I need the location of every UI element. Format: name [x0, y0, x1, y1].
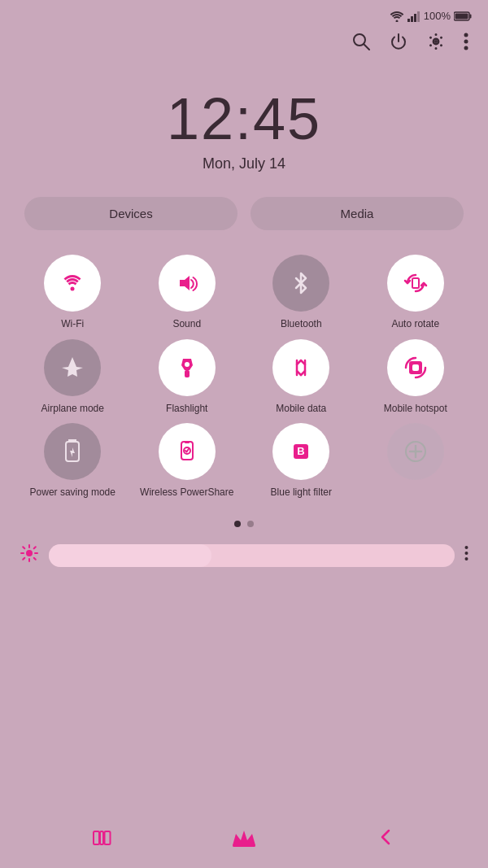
qs-powersaving[interactable]: Power saving mode	[20, 423, 126, 499]
svg-text:B: B	[298, 445, 305, 457]
clock-time: 12:45	[0, 85, 488, 152]
status-icons: 100%	[390, 10, 472, 22]
dot-1	[234, 521, 241, 527]
svg-line-40	[23, 557, 24, 559]
power-icon[interactable]	[389, 32, 408, 56]
svg-point-21	[185, 362, 190, 367]
svg-rect-2	[411, 16, 413, 22]
qs-bluelightfilter-label: Blue light filter	[271, 486, 332, 499]
qs-autorotate[interactable]: Auto rotate	[363, 255, 469, 331]
svg-point-15	[464, 46, 468, 50]
wifi-status-icon	[390, 11, 404, 22]
brightness-icon	[20, 543, 39, 568]
qs-airplane[interactable]: Airplane mode	[20, 339, 126, 416]
qs-wifi-circle	[44, 255, 101, 312]
qs-wirelesspowershare-circle	[159, 423, 216, 480]
qs-wifi[interactable]: Wi-Fi	[20, 255, 126, 331]
svg-point-14	[464, 40, 468, 44]
svg-rect-45	[94, 831, 99, 844]
more-icon[interactable]	[464, 32, 468, 56]
qs-powersaving-circle	[44, 423, 101, 480]
qs-bluetooth-label: Bluetooth	[281, 318, 322, 331]
qs-bluelightfilter[interactable]: B Blue light filter	[248, 423, 355, 499]
battery-icon	[454, 11, 472, 21]
qs-hotspot-circle	[387, 339, 444, 396]
qs-add-circle	[387, 423, 444, 480]
qs-sound-label: Sound	[172, 318, 201, 331]
brightness-row	[0, 535, 488, 576]
qs-hotspot[interactable]: Mobile hotspot	[363, 339, 469, 416]
status-bar: 100%	[0, 0, 488, 27]
svg-rect-1	[407, 19, 410, 22]
qs-add[interactable]	[363, 423, 469, 499]
search-icon[interactable]	[351, 32, 371, 56]
qs-mobiledata-label: Mobile data	[276, 403, 326, 416]
qs-sound[interactable]: Sound	[134, 255, 241, 331]
settings-icon[interactable]	[426, 32, 446, 56]
svg-point-0	[395, 20, 398, 22]
qs-bluelightfilter-circle: B	[272, 423, 329, 480]
qs-mobiledata[interactable]: Mobile data	[248, 339, 355, 416]
svg-point-12	[434, 40, 438, 43]
svg-rect-20	[185, 370, 190, 377]
svg-rect-7	[455, 13, 468, 19]
nav-back-icon[interactable]	[377, 827, 396, 852]
qs-flashlight[interactable]: Flashlight	[134, 339, 241, 416]
svg-rect-46	[100, 831, 103, 844]
svg-line-9	[364, 44, 369, 50]
svg-rect-47	[104, 831, 110, 844]
brightness-fill	[49, 544, 211, 567]
top-actions	[0, 27, 488, 69]
svg-rect-6	[470, 14, 472, 18]
qs-hotspot-label: Mobile hotspot	[384, 403, 447, 416]
tab-devices[interactable]: Devices	[24, 197, 237, 230]
qs-wifi-label: Wi-Fi	[61, 318, 84, 331]
brightness-track[interactable]	[49, 544, 455, 567]
svg-point-16	[71, 287, 75, 291]
svg-marker-17	[180, 276, 190, 290]
qs-flashlight-circle	[159, 339, 216, 396]
svg-point-13	[464, 33, 468, 37]
svg-rect-23	[412, 364, 419, 371]
qs-autorotate-label: Auto rotate	[391, 318, 439, 331]
quick-settings-grid: Wi-Fi Sound Bluetooth	[0, 246, 488, 508]
nav-recents-icon[interactable]	[92, 830, 111, 850]
page-dots	[0, 508, 488, 535]
svg-rect-18	[412, 278, 419, 288]
battery-percent: 100%	[424, 10, 451, 22]
qs-bluetooth[interactable]: Bluetooth	[248, 255, 355, 331]
svg-point-33	[26, 550, 33, 556]
qs-wirelesspowershare-label: Wireless PowerShare	[140, 486, 233, 499]
svg-rect-27	[185, 442, 190, 443]
svg-point-43	[465, 552, 468, 555]
svg-rect-3	[414, 14, 416, 22]
qs-airplane-circle	[44, 339, 101, 396]
qs-autorotate-circle	[387, 255, 444, 312]
dot-2	[247, 521, 254, 527]
clock-date: Mon, July 14	[0, 155, 488, 172]
qs-mobiledata-circle	[272, 339, 329, 396]
qs-flashlight-label: Flashlight	[166, 403, 207, 416]
svg-rect-4	[417, 11, 420, 22]
nav-home-icon[interactable]	[229, 826, 259, 853]
qs-airplane-label: Airplane mode	[41, 403, 104, 416]
clock-area: 12:45 Mon, July 14	[0, 69, 488, 197]
svg-line-39	[34, 557, 36, 559]
qs-wirelesspowershare[interactable]: Wireless PowerShare	[134, 423, 241, 499]
svg-point-44	[465, 557, 468, 560]
svg-rect-48	[233, 844, 255, 847]
signal-icon	[407, 11, 420, 22]
svg-point-42	[465, 546, 468, 549]
tabs-row: Devices Media	[0, 197, 488, 246]
tab-media[interactable]: Media	[251, 197, 464, 230]
qs-bluetooth-circle	[272, 255, 329, 312]
brightness-more-icon[interactable]	[464, 545, 468, 565]
bottom-nav	[0, 811, 488, 868]
qs-powersaving-label: Power saving mode	[30, 486, 115, 499]
qs-sound-circle	[159, 255, 216, 312]
svg-line-41	[34, 547, 36, 548]
svg-line-38	[23, 547, 24, 548]
